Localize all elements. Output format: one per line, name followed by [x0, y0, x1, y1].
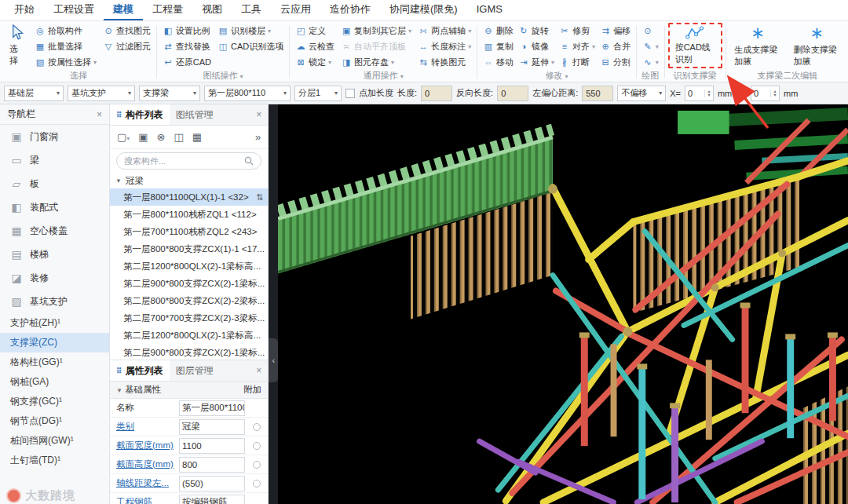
nav-module-beam[interactable]: 梁 [0, 148, 109, 172]
recognize-floors-button[interactable]: 识别楼层 [215, 23, 286, 38]
batch-select-button[interactable]: 批量选择 [32, 38, 99, 54]
tree-item[interactable]: 第一层800*1100栈桥ZQL1 <112> [110, 206, 268, 223]
collapse-panel-button[interactable] [269, 338, 278, 382]
rebar-field[interactable]: 按编辑钢筋 [179, 495, 245, 504]
menu-tab-co-modeling[interactable]: 协同建模(限免) [380, 0, 467, 20]
offset-button[interactable]: 偏移 [598, 23, 633, 38]
nav-item-steel-support[interactable]: 钢支撑(GC)¹ [0, 392, 109, 411]
generate-haunch-button[interactable]: 生成支撑梁加腋 [729, 23, 786, 68]
nav-item-steel-node[interactable]: 钢节点(DG)¹ [0, 411, 109, 431]
reverse-length-input[interactable]: 0 [497, 86, 528, 101]
nav-module-hollow-slab[interactable]: 空心楼盖 [0, 219, 109, 243]
nav-module-prefab[interactable]: 装配式 [0, 195, 109, 219]
two-point-axis-button[interactable]: 两点辅轴 [415, 23, 473, 38]
property-section-header[interactable]: 基础属性 附加 [110, 382, 268, 399]
recognize-by-cad-line-button[interactable]: 按CAD线识别 [668, 23, 722, 68]
x-input[interactable]: 0▴▾ [685, 86, 714, 101]
tree-item[interactable]: 第二层1200*800QLX(2)-1梁标高... [110, 327, 268, 344]
point-add-length-checkbox[interactable] [345, 89, 355, 98]
new-component-button[interactable] [117, 131, 130, 143]
dark-green-beams[interactable] [678, 111, 848, 187]
copy-component-button[interactable] [138, 131, 148, 143]
define-button[interactable]: 定义 [293, 23, 337, 38]
copy-to-other-layer-button[interactable]: 复制到其它层 [338, 23, 414, 38]
tree-group-crown-beam[interactable]: 冠梁 [110, 173, 268, 188]
attach-radio[interactable] [253, 480, 261, 488]
nav-item-support-beam[interactable]: 支撑梁(ZC) [0, 333, 109, 352]
break-button[interactable]: 打断 [557, 54, 598, 70]
nav-item-pile-mesh[interactable]: 桩间挡网(GW)¹ [0, 431, 109, 451]
tree-item[interactable]: 第二层800*800支撑ZCX(2)-2梁标... [110, 292, 268, 309]
nav-module-decoration[interactable]: 装修 [0, 266, 109, 290]
floor-select[interactable]: 基础层 [4, 86, 64, 101]
find-replace-button[interactable]: 查找替换 [160, 38, 214, 54]
menu-tab-quantity[interactable]: 工程量 [143, 0, 192, 20]
menu-tab-modeling[interactable]: 建模 [104, 0, 143, 20]
select-button[interactable]: 选择 [4, 23, 31, 68]
draw-pencil-button[interactable] [640, 38, 661, 54]
tree-item[interactable]: 第二层900*800支撑ZCX(2)-1梁标... [110, 344, 268, 360]
nav-module-door-window[interactable]: 门窗洞 [0, 125, 109, 148]
align-button[interactable]: 对齐 [557, 38, 598, 54]
nav-module-slab[interactable]: 板 [0, 172, 109, 195]
restore-cad-button[interactable]: 还原CAD [160, 54, 214, 70]
search-box[interactable] [116, 152, 261, 170]
lock-button[interactable]: 锁定 [293, 54, 337, 70]
menu-tab-start[interactable]: 开始 [5, 0, 44, 20]
tab-component-list[interactable]: 构件列表 [110, 104, 170, 125]
type-select[interactable]: 支撑梁 [139, 86, 200, 101]
section-height-field[interactable]: 800 [179, 457, 245, 473]
cad-recognize-options-button[interactable]: CAD识别选项 [215, 38, 286, 54]
category-field[interactable]: 冠梁 [179, 419, 245, 435]
menu-tab-tools[interactable]: 工具 [232, 0, 271, 20]
delete-button[interactable]: 删除 [481, 23, 516, 38]
nav-item-support-pile[interactable]: 支护桩(ZH)¹ [0, 313, 109, 333]
tab-sheet-manage[interactable]: 图纸管理 [170, 104, 220, 125]
menu-tab-cost-collab[interactable]: 造价协作 [320, 0, 380, 20]
attach-radio[interactable] [253, 423, 261, 431]
module-select[interactable]: 基坑支护 [68, 86, 135, 101]
extend-button[interactable]: 延伸 [516, 54, 557, 70]
y-input[interactable]: 0▴▾ [751, 86, 780, 101]
pick-component-button[interactable]: 拾取构件 [32, 23, 99, 38]
viewport-3d-scene[interactable] [278, 104, 848, 504]
name-field[interactable]: 第一层800*1100Q... [179, 400, 245, 416]
draw-check-button[interactable] [640, 23, 661, 38]
batch-edit-button[interactable] [192, 131, 202, 143]
length-annotation-button[interactable]: 长度标注 [415, 38, 473, 54]
nav-module-pit-support[interactable]: 基坑支护 [0, 290, 109, 313]
convert-element-button[interactable]: 转换图元 [415, 54, 473, 70]
menu-tab-view[interactable]: 视图 [192, 0, 232, 20]
tree-item[interactable]: 第二层700*700支撑ZCX(2)-3梁标... [110, 309, 268, 327]
delete-component-button[interactable] [157, 131, 166, 143]
merge-button[interactable]: 合并 [598, 38, 633, 54]
axis-offset-field[interactable]: (550) [179, 476, 245, 491]
nav-item-soil-nail-wall[interactable]: 土钉墙(TD)¹ [0, 451, 109, 470]
component-select[interactable]: 第一层800*110 [204, 86, 291, 101]
select-by-attribute-button[interactable]: 按属性选择 [32, 54, 99, 70]
viewport-3d[interactable] [278, 104, 848, 504]
offset-mode-select[interactable]: 不偏移 [617, 86, 666, 101]
move-button[interactable]: 移动 [481, 54, 516, 70]
spinner-icon[interactable]: ▴▾ [770, 89, 779, 97]
copy-button[interactable]: 复制 [481, 38, 516, 54]
close-icon[interactable] [97, 109, 102, 120]
cloud-check-button[interactable]: 云检查 [293, 38, 337, 54]
tab-layer-manage[interactable]: 图层管理 [170, 360, 220, 381]
rotate-button[interactable]: 旋转 [516, 23, 557, 38]
section-width-field[interactable]: 1100 [179, 438, 245, 454]
close-icon[interactable] [250, 365, 268, 376]
tab-property-list[interactable]: 属性列表 [110, 360, 170, 381]
menu-tab-cloud-app[interactable]: 云应用 [271, 0, 320, 20]
menu-tab-project-settings[interactable]: 工程设置 [44, 0, 104, 20]
draw-curve-button[interactable] [640, 54, 661, 70]
split-button[interactable]: 分割 [598, 54, 633, 70]
tree-item[interactable]: 第二层1200*800QLX(2)-1梁标高... [110, 257, 268, 275]
tree-item[interactable]: 第二层900*800支撑ZCX(2)-1梁标... [110, 275, 268, 292]
search-input[interactable] [124, 156, 241, 166]
filter-element-button[interactable]: 过滤图元 [101, 38, 153, 54]
save-element-button[interactable]: 图元存盘 [338, 54, 414, 70]
more-button[interactable] [255, 131, 261, 143]
nav-item-lattice-column[interactable]: 格构柱(GG)¹ [0, 352, 109, 372]
layer-copy-button[interactable] [174, 131, 184, 143]
